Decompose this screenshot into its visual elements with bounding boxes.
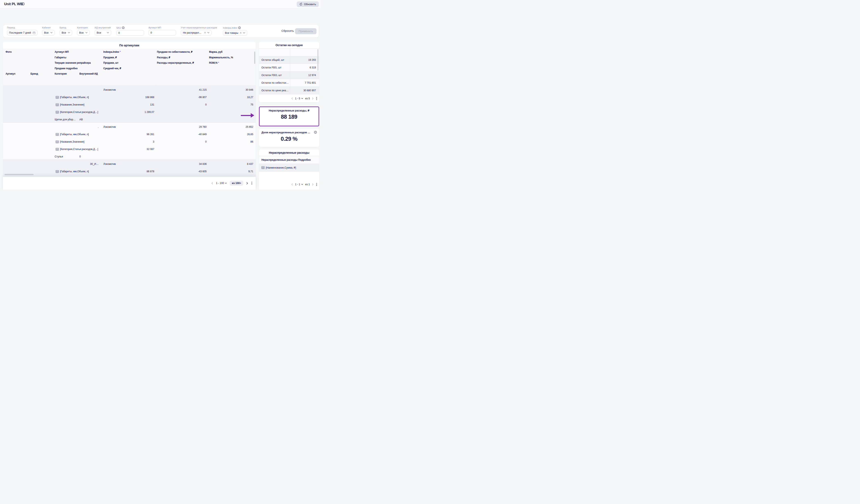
col-expenses-unalloc[interactable]: Расходы нераспределенные, ₽ xyxy=(157,61,194,64)
brand-select[interactable]: Все xyxy=(60,30,72,35)
filter-sku: SKU 0 xyxy=(116,26,144,36)
unalloc-value: Не распределять xyxy=(183,31,203,34)
cell-index: Локомотив xyxy=(103,88,116,92)
col-marginality[interactable]: Маржинальность, % xyxy=(209,56,233,59)
highlight-arrow-icon xyxy=(241,113,255,118)
col-expenses[interactable]: Расходы, ₽ xyxy=(157,56,170,59)
cell-artikul-mp: 30_И… xyxy=(61,162,99,166)
articles-table-title: По артикулам xyxy=(3,42,256,49)
col-repricer[interactable]: Текущие значения репрайсера xyxy=(55,61,91,64)
unallocated-detail-header: Нераспределенные расходы Подробно xyxy=(259,159,311,161)
col-category[interactable]: Категория xyxy=(55,72,67,75)
page-range-select[interactable]: 1 - 1 xyxy=(295,183,303,186)
cell-marginality: 9,71 xyxy=(207,169,253,173)
top-header: Unit PL WB Обновить xyxy=(0,0,321,9)
page-range-select[interactable]: 1 - 100 xyxy=(216,182,227,184)
info-icon[interactable] xyxy=(238,26,241,29)
cabinet-select[interactable]: Все xyxy=(42,30,55,35)
prev-page-icon[interactable] xyxy=(291,97,293,100)
detail-link-repricer[interactable]: [Название,Значение] xyxy=(56,103,84,106)
stock-card-title: Остатки на сегодня xyxy=(259,42,319,49)
col-artikul[interactable]: Артикул xyxy=(5,72,15,75)
kebab-menu-icon[interactable] xyxy=(316,97,317,101)
cell-sales-rub: 86 878 xyxy=(106,169,154,173)
filter-category: Категория Все xyxy=(77,26,90,35)
col-sales-qty[interactable]: Продажи, шт xyxy=(103,61,118,64)
refresh-button[interactable]: Обновить xyxy=(297,1,319,7)
stock-card: Остатки на сегодня Остаток общий, шт 19 … xyxy=(259,42,319,102)
info-icon[interactable] xyxy=(122,26,125,29)
col-indeepa-index[interactable]: Indeepa.Index* xyxy=(103,50,120,54)
prev-page-icon[interactable] xyxy=(211,182,213,184)
info-icon[interactable] xyxy=(314,131,317,134)
cell-marginality: 18,27 xyxy=(207,95,253,99)
internal-id-select[interactable]: Все xyxy=(95,30,111,35)
caret-down-icon xyxy=(301,98,303,99)
cell-category: Щетки для убор… xyxy=(55,118,76,121)
stock-row: Остаток FBO, шт 12 974 xyxy=(259,72,319,79)
col-margin[interactable]: Маржа, руб xyxy=(209,50,223,54)
col-brand[interactable]: Бренд xyxy=(30,72,38,75)
vertical-scrollbar[interactable] xyxy=(317,49,318,71)
cell-margin: 30 846 xyxy=(207,88,253,92)
cell-internal-id: 0 xyxy=(80,155,81,159)
col-cost-sales[interactable]: Продажи по себестоимости, ₽ xyxy=(157,50,192,54)
cell-category: Стулья xyxy=(55,155,63,159)
cell-artikul-mp: . xyxy=(61,125,99,129)
table-footer: 1 - 100 из 100+ xyxy=(3,177,256,190)
detail-link-unallocated[interactable]: [Наименование,Сумма, ₽] xyxy=(259,166,296,169)
cabinet-value: Все xyxy=(44,31,49,34)
cell-cost-sales: 34 836 xyxy=(160,162,206,166)
indeepa-select[interactable]: Все товары ✕ xyxy=(223,30,247,36)
col-artikul-mp[interactable]: Артикул МП xyxy=(55,50,69,54)
chevron-down-icon xyxy=(68,32,70,33)
col-sales-rub[interactable]: Продажи, ₽ xyxy=(103,56,117,59)
prev-page-icon[interactable] xyxy=(291,183,293,186)
detail-link-repricer[interactable]: [Название,Значение] xyxy=(56,140,84,144)
vertical-scrollbar[interactable] xyxy=(254,51,255,64)
sku-input[interactable]: 0 xyxy=(116,30,144,36)
reset-button[interactable]: Сбросить xyxy=(280,29,295,32)
col-avg-check[interactable]: Средний чек, ₽ xyxy=(103,67,121,70)
caret-down-icon xyxy=(225,182,227,184)
detail-link-sales[interactable]: [Категория,Статья расходов,Д…] xyxy=(56,147,98,151)
share-card: Доля нераспределенных расходов к ос… 0.2… xyxy=(259,129,319,147)
col-internal-id[interactable]: Внутренний ИД xyxy=(80,72,98,75)
detail-link-gabarity[interactable]: [Габариты, мм,Объем, л] xyxy=(56,133,89,136)
clear-icon[interactable]: ✕ xyxy=(240,31,242,34)
next-page-icon[interactable] xyxy=(312,183,314,186)
col-photo[interactable]: Фото xyxy=(5,50,12,54)
detail-link-gabarity[interactable]: [Габариты, мм,Объем, л] xyxy=(56,169,89,173)
filter-brand: Бренд Все xyxy=(60,26,72,35)
kebab-menu-icon[interactable] xyxy=(251,181,253,185)
calendar-icon[interactable] xyxy=(32,31,35,34)
clear-icon[interactable]: ✕ xyxy=(204,31,206,34)
next-page-icon[interactable] xyxy=(246,182,248,184)
artikul-mp-value: 0 xyxy=(150,31,152,34)
page-total: из 5 xyxy=(305,97,310,100)
info-icon[interactable] xyxy=(22,2,25,5)
period-input[interactable]: Последние 7 дней xyxy=(7,30,38,35)
detail-link-sales[interactable]: [Категория,Статья расходов,Д…] xyxy=(56,110,98,114)
articles-table-header: Фото Артикул МП Габариты Текущие значени… xyxy=(3,49,256,85)
stock-row-label: Остаток FBO, шт xyxy=(259,72,290,79)
stock-header-row xyxy=(259,49,319,56)
category-value: Все xyxy=(79,31,84,34)
artikul-mp-input[interactable]: 0 xyxy=(148,30,176,35)
stock-row-label: Остаток по себестои… xyxy=(259,79,290,87)
page-range-select[interactable]: 1 - 5 xyxy=(295,97,303,100)
next-page-icon[interactable] xyxy=(312,97,314,100)
cell-cost-sales: 41 215 xyxy=(160,88,206,92)
indeepa-value: Все товары xyxy=(225,31,238,34)
horizontal-scrollbar[interactable] xyxy=(4,174,33,175)
required-star: * xyxy=(218,61,219,64)
col-rom[interactable]: ROM,%* xyxy=(209,61,219,64)
kebab-menu-icon[interactable] xyxy=(316,182,317,187)
col-gabarity[interactable]: Габариты xyxy=(55,56,66,59)
detail-link-gabarity[interactable]: [Габариты, мм,Объем, л] xyxy=(56,95,89,99)
col-sales-detail[interactable]: Продажи подробно xyxy=(55,67,77,70)
cell-avg-check: 1 289,07 xyxy=(106,110,154,114)
unalloc-select[interactable]: Не распределять ✕ xyxy=(181,30,212,35)
apply-button[interactable]: Применить xyxy=(295,28,316,34)
category-select[interactable]: Все xyxy=(77,30,90,35)
